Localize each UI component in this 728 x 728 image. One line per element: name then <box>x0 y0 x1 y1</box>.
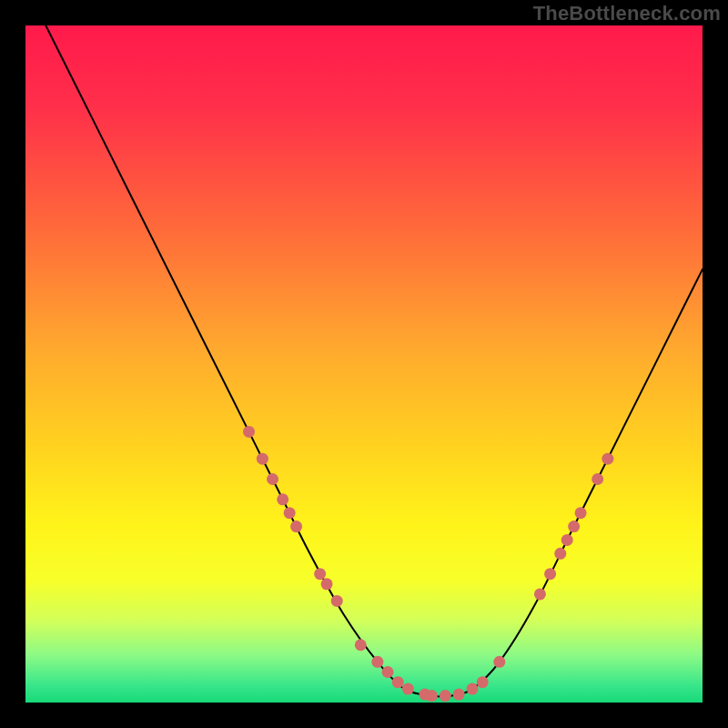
curve-marker <box>467 683 479 695</box>
plot-area <box>25 25 703 703</box>
curve-marker <box>321 578 333 590</box>
curve-marker <box>602 453 613 465</box>
curve-marker <box>477 676 489 688</box>
curve-marker <box>568 521 580 532</box>
curve-marker <box>257 453 268 465</box>
chart-svg <box>25 25 703 703</box>
curve-marker <box>575 507 587 519</box>
curve-marker <box>561 534 573 546</box>
curve-marker <box>544 568 556 580</box>
curve-marker <box>371 656 383 668</box>
curve-marker <box>314 568 326 580</box>
curve-marker <box>453 689 465 701</box>
chart-frame: TheBottleneck.com <box>0 0 728 728</box>
curve-marker <box>267 473 278 485</box>
gradient-background <box>25 25 703 703</box>
curve-marker <box>592 473 603 485</box>
curve-marker <box>402 683 414 695</box>
curve-marker <box>493 656 505 668</box>
curve-marker <box>440 690 451 702</box>
curve-marker <box>534 588 546 600</box>
curve-marker <box>382 666 394 678</box>
curve-marker <box>426 690 438 702</box>
curve-marker <box>284 507 296 519</box>
curve-marker <box>392 676 404 688</box>
curve-marker <box>243 426 255 438</box>
curve-marker <box>277 493 288 505</box>
curve-marker <box>355 639 367 651</box>
curve-marker <box>331 595 343 607</box>
watermark-text: TheBottleneck.com <box>533 2 721 25</box>
curve-marker <box>554 548 566 560</box>
curve-marker <box>290 521 302 532</box>
